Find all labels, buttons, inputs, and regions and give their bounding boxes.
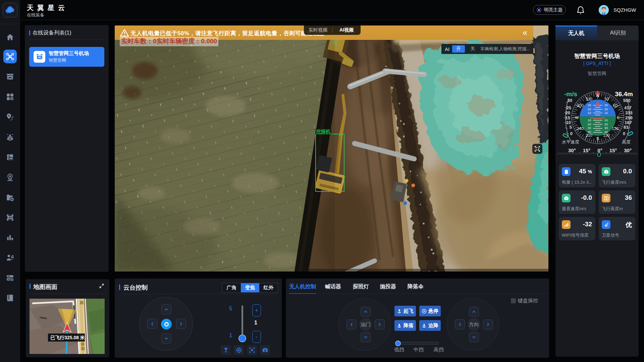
svg-text:30: 30	[588, 126, 591, 130]
svg-text:250: 250	[625, 115, 633, 120]
svg-text:30: 30	[604, 126, 608, 130]
svg-text:20: 20	[566, 110, 570, 115]
svg-text:E: E	[617, 115, 620, 120]
svg-text:酒: 酒	[80, 342, 85, 347]
svg-text:300: 300	[577, 103, 584, 108]
svg-text:417: 417	[624, 105, 632, 110]
svg-text:路: 路	[79, 300, 84, 305]
svg-text:20: 20	[604, 107, 608, 111]
svg-text:0: 0	[623, 131, 625, 136]
svg-text:30: 30	[568, 98, 572, 103]
svg-text:333: 333	[625, 110, 633, 115]
svg-text:10: 10	[588, 111, 591, 115]
svg-text:25: 25	[567, 105, 571, 110]
svg-text:500: 500	[623, 98, 631, 103]
svg-text:10: 10	[566, 120, 571, 125]
svg-text:W: W	[575, 115, 579, 120]
svg-text:240: 240	[577, 126, 584, 131]
svg-text:30: 30	[604, 103, 608, 107]
svg-text:20: 20	[588, 122, 591, 126]
svg-text:83: 83	[624, 125, 628, 130]
svg-text:210: 210	[586, 133, 592, 138]
svg-text:60: 60	[613, 103, 618, 108]
svg-text:330: 330	[586, 97, 592, 102]
svg-text:5: 5	[570, 125, 572, 130]
svg-text:30: 30	[588, 103, 591, 107]
svg-text:167: 167	[625, 120, 632, 125]
svg-text:都: 都	[80, 346, 85, 351]
svg-text:15: 15	[566, 115, 570, 120]
svg-text:20: 20	[604, 122, 608, 126]
svg-text:0: 0	[570, 131, 573, 136]
svg-text:已飞行325.08 米: 已飞行325.08 米	[50, 335, 85, 340]
svg-text:150: 150	[603, 133, 610, 138]
svg-text:10: 10	[588, 118, 591, 122]
svg-text:S: S	[596, 136, 599, 141]
svg-text:30: 30	[604, 97, 609, 102]
svg-text:20: 20	[588, 107, 591, 111]
svg-text:AI: AI	[8, 216, 12, 219]
svg-text:10: 10	[604, 111, 608, 115]
svg-text:10: 10	[604, 118, 608, 122]
svg-text:120: 120	[612, 126, 619, 131]
